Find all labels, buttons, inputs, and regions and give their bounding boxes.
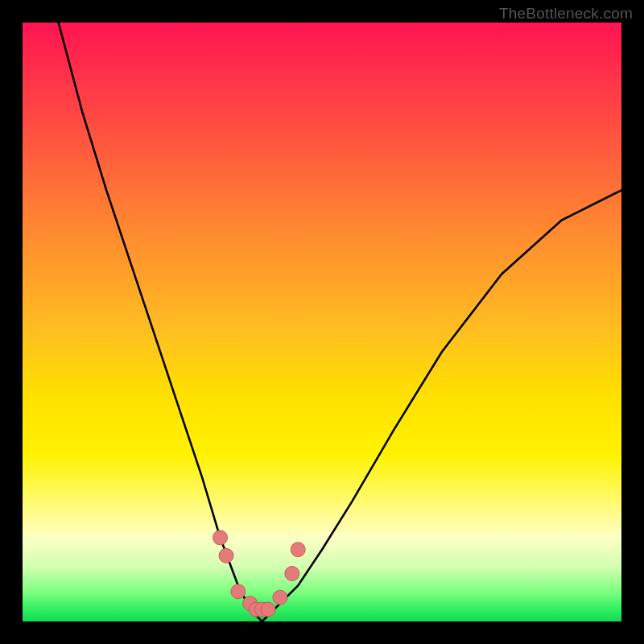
- watermark-text: TheBottleneck.com: [499, 5, 633, 23]
- bottleneck-curve-svg: [23, 23, 621, 621]
- curve-marker: [219, 548, 233, 563]
- curve-markers: [213, 530, 306, 617]
- curve-marker: [273, 590, 287, 605]
- curve-marker: [213, 530, 228, 545]
- curve-marker: [231, 584, 246, 599]
- chart-plot-area: [23, 23, 621, 621]
- bottleneck-curve: [59, 23, 621, 621]
- curve-marker: [291, 543, 305, 557]
- curve-marker: [285, 567, 299, 581]
- curve-marker: [261, 602, 275, 617]
